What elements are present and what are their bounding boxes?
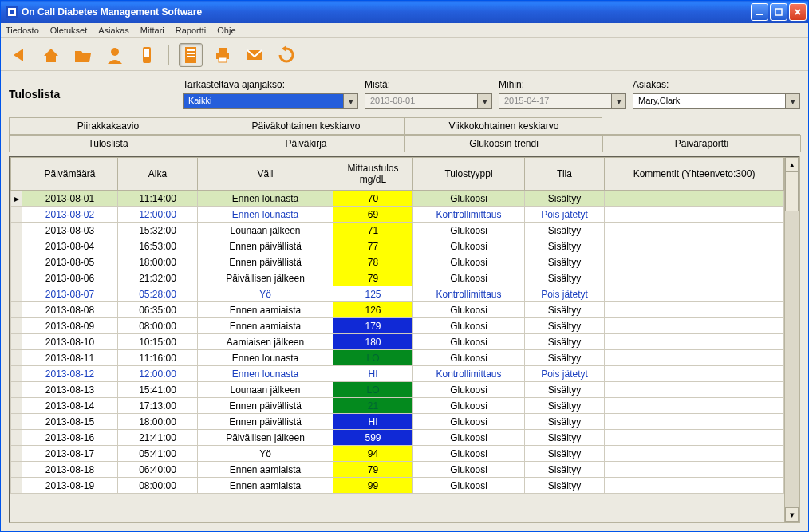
row-header [11, 286, 22, 302]
cell: Pois jätetyt [525, 207, 605, 223]
cell: Pois jätetyt [525, 286, 605, 302]
document-icon [180, 45, 201, 65]
tab[interactable]: Glukoosin trendi [404, 135, 603, 152]
open-folder-icon [73, 45, 93, 65]
tab[interactable]: Päiväkirja [207, 135, 405, 152]
print-button[interactable] [211, 43, 235, 67]
column-header[interactable]: Väli [198, 158, 333, 191]
cell [605, 382, 784, 398]
table-row[interactable]: ▸2013-08-0111:14:00Ennen lounasta70Gluko… [11, 191, 784, 207]
tab[interactable]: Päiväkohtainen keskiarvo [207, 117, 405, 134]
cell: 94 [333, 446, 413, 462]
cell: Glukoosi [413, 446, 525, 462]
svg-rect-9 [144, 49, 149, 57]
cell: Sisältyy [525, 462, 605, 478]
menu-item[interactable]: Ohje [217, 26, 235, 35]
table-row[interactable]: 2013-08-1111:16:00Ennen lounastaLOGlukoo… [11, 350, 784, 366]
to-label: Mihin: [499, 79, 626, 90]
open-folder-button[interactable] [71, 43, 95, 67]
cell: 2013-08-02 [22, 207, 118, 223]
cell [605, 286, 784, 302]
menu-item[interactable]: Mittari [140, 26, 164, 35]
table-row[interactable]: 2013-08-1010:15:00Aamiaisen jälkeen180Gl… [11, 334, 784, 350]
table-row[interactable]: 2013-08-0212:00:00Ennen lounasta69Kontro… [11, 207, 784, 223]
table-row[interactable]: 2013-08-1705:41:00Yö94GlukoosiSisältyy [11, 446, 784, 462]
maximize-button[interactable] [770, 3, 787, 21]
close-button[interactable] [789, 3, 807, 21]
cell: 69 [333, 207, 413, 223]
tab[interactable]: Tuloslista [9, 135, 207, 152]
row-header: ▸ [11, 191, 22, 207]
table-row[interactable]: 2013-08-0621:32:00Päivällisen jälkeen79G… [11, 270, 784, 286]
to-date-select[interactable]: 2015-04-17 ▾ [499, 93, 626, 109]
svg-rect-11 [187, 49, 195, 51]
table-row[interactable]: 2013-08-1417:13:00Ennen päivällistä21Glu… [11, 398, 784, 414]
email-icon [244, 45, 265, 65]
column-header[interactable]: Tulostyyppi [413, 158, 525, 191]
scroll-up-button[interactable]: ▴ [785, 157, 799, 171]
refresh-button[interactable] [274, 43, 298, 67]
column-header[interactable]: Kommentit (Yhteenveto:300) [605, 158, 784, 191]
cell: Glukoosi [413, 254, 525, 270]
user-button[interactable] [103, 43, 127, 67]
cell: HI [333, 366, 413, 382]
row-header [11, 254, 22, 270]
print-icon [212, 45, 233, 65]
tab[interactable]: Päiväraportti [602, 135, 801, 152]
cell: Ennen päivällistä [198, 254, 333, 270]
tab[interactable]: Piirakkakaavio [9, 117, 207, 134]
app-window: On Call Diabetes Management Software Tie… [0, 0, 809, 532]
cell: 2013-08-09 [22, 318, 118, 334]
table-row[interactable]: 2013-08-1518:00:00Ennen päivällistäHIGlu… [11, 414, 784, 430]
svg-rect-15 [219, 48, 227, 53]
client-label: Asiakas: [633, 79, 800, 90]
cell: Glukoosi [413, 191, 525, 207]
cell: Sisältyy [525, 191, 605, 207]
cell [605, 430, 784, 446]
table-row[interactable]: 2013-08-0705:28:00Yö125KontrollimittausP… [11, 286, 784, 302]
column-header[interactable]: Päivämäärä [22, 158, 118, 191]
column-header[interactable]: Aika [118, 158, 198, 191]
from-date-select[interactable]: 2013-08-01 ▾ [365, 93, 492, 109]
menu-item[interactable]: Asiakas [98, 26, 129, 35]
cell: Glukoosi [413, 478, 525, 494]
cell [605, 207, 784, 223]
scroll-down-button[interactable]: ▾ [785, 507, 799, 522]
cell: Aamiaisen jälkeen [198, 334, 333, 350]
cell: 2013-08-15 [22, 414, 118, 430]
cell [605, 446, 784, 462]
minimize-button[interactable] [751, 3, 768, 21]
cell: 12:00:00 [118, 366, 198, 382]
cell: Yö [198, 286, 333, 302]
back-icon [9, 45, 30, 65]
tab[interactable]: Viikkokohtainen keskiarvo [404, 117, 603, 134]
table-row[interactable]: 2013-08-0315:32:00Lounaan jälkeen71Gluko… [11, 223, 784, 238]
table-row[interactable]: 2013-08-1315:41:00Lounaan jälkeenLOGluko… [11, 382, 784, 398]
back-button[interactable] [7, 43, 31, 67]
menu-item[interactable]: Oletukset [50, 26, 87, 35]
period-select[interactable]: Kaikki ▾ [183, 93, 358, 109]
menu-item[interactable]: Raportti [176, 26, 207, 35]
table-row[interactable]: 2013-08-0908:00:00Ennen aamiaista179Gluk… [11, 318, 784, 334]
table-row[interactable]: 2013-08-0416:53:00Ennen päivällistä77Glu… [11, 238, 784, 254]
scroll-track[interactable] [785, 171, 799, 507]
document-button[interactable] [179, 43, 203, 67]
column-header[interactable]: Tila [525, 158, 605, 191]
table-row[interactable]: 2013-08-0518:00:00Ennen päivällistä78Glu… [11, 254, 784, 270]
cell: Glukoosi [413, 462, 525, 478]
table-row[interactable]: 2013-08-1621:41:00Päivällisen jälkeen599… [11, 430, 784, 446]
home-button[interactable] [39, 43, 63, 67]
phone-button[interactable] [135, 43, 159, 67]
scroll-thumb[interactable] [785, 171, 799, 211]
menu-item[interactable]: Tiedosto [6, 26, 39, 35]
table-row[interactable]: 2013-08-1212:00:00Ennen lounastaHIKontro… [11, 366, 784, 382]
table-row[interactable]: 2013-08-0806:35:00Ennen aamiaista126Gluk… [11, 302, 784, 318]
vertical-scrollbar[interactable]: ▴ ▾ [784, 157, 799, 522]
table-row[interactable]: 2013-08-1908:00:00Ennen aamiaista99Gluko… [11, 478, 784, 494]
cell: 71 [333, 223, 413, 238]
results-table: PäivämääräAikaVäliMittaustulos mg/dLTulo… [10, 157, 784, 494]
table-row[interactable]: 2013-08-1806:40:00Ennen aamiaista79Gluko… [11, 462, 784, 478]
email-button[interactable] [243, 43, 266, 67]
column-header[interactable]: Mittaustulos mg/dL [333, 158, 413, 191]
client-select[interactable]: Mary,Clark ▾ [633, 93, 800, 109]
